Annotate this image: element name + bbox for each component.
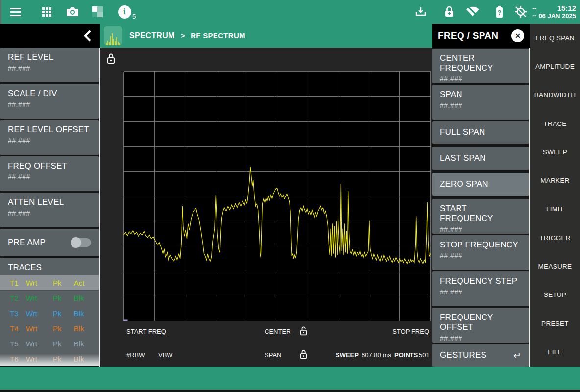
span-lock-icon[interactable] xyxy=(300,350,307,361)
freq-span-header: FREQ / SPAN ✕ xyxy=(432,24,530,48)
traces-panel: TRACES T1WrtPkAct T2WrtPkBlk T3WrtPkBlk … xyxy=(0,258,99,366)
notification-count: 5 xyxy=(132,13,136,20)
spectrum-app-icon[interactable] xyxy=(104,26,122,45)
pre-amp-row: PRE AMP xyxy=(0,229,99,256)
trace-row-t1[interactable]: T1WrtPkAct xyxy=(0,275,99,291)
menu-item-freq-span[interactable]: FREQ SPAN xyxy=(530,24,580,52)
span-label: SPAN xyxy=(265,351,281,359)
gps-status-text: -- -- xyxy=(530,0,539,24)
close-icon[interactable]: ✕ xyxy=(511,29,524,42)
menu-item-sweep[interactable]: SWEEP xyxy=(530,138,580,166)
frequency-step-button[interactable]: FREQUENCY STEP ##.### xyxy=(432,271,529,306)
clock: 15:12 06 JAN 2025 xyxy=(538,0,576,24)
freq-label-row: START FREQ CENTER STOP FREQ xyxy=(100,328,432,338)
center-lock-icon[interactable] xyxy=(300,326,307,338)
card-label: ATTEN LEVEL xyxy=(8,197,91,207)
menu-item-bandwidth[interactable]: BANDWIDTH xyxy=(530,81,580,109)
breadcrumb-page[interactable]: RF SPECTRUM xyxy=(191,31,245,40)
trace-row-t2[interactable]: T2WrtPkBlk xyxy=(0,291,99,306)
card-value: ##.### xyxy=(8,173,91,181)
freq-span-panel: FREQ / SPAN ✕ CENTER FREQUENCY ##.### SP… xyxy=(432,24,530,392)
lock-plus-icon xyxy=(443,0,455,24)
left-panel-header xyxy=(0,24,100,48)
unlock-icon[interactable] xyxy=(107,53,115,67)
traces-title: TRACES xyxy=(0,258,99,275)
pre-amp-toggle[interactable] xyxy=(72,238,91,247)
chevron-left-icon[interactable] xyxy=(83,29,92,42)
card-value: ##.### xyxy=(8,209,91,217)
display-quadrant-icon[interactable] xyxy=(92,0,103,24)
trace-row-t4[interactable]: T4WrtPkBlk xyxy=(0,321,99,336)
breadcrumb: SPECTRUM > RF SPECTRUM xyxy=(100,24,432,48)
vbw-label: VBW xyxy=(158,351,173,359)
menu-item-trace[interactable]: TRACE xyxy=(530,109,580,138)
menu-item-trigger[interactable]: TRIGGER xyxy=(530,223,580,252)
main-menu: FREQ SPAN AMPLITUDE BANDWIDTH TRACE SWEE… xyxy=(530,24,580,392)
status-bar: i 5 ? -- -- 15:12 06 JAN 2025 xyxy=(0,0,580,24)
sweep-value: 607.80 ms xyxy=(362,351,391,359)
start-frequency-button[interactable]: START FREQUENCY ##.### xyxy=(432,199,529,234)
menu-item-setup[interactable]: SETUP xyxy=(530,281,580,309)
start-freq-label: START FREQ xyxy=(126,328,166,335)
sweep-label: SWEEP xyxy=(336,351,359,359)
bw-label-row: #RBW VBW SPAN SWEEP 607.80 ms POINTS 501 xyxy=(100,351,432,361)
battery-question-icon: ? xyxy=(495,0,504,24)
menu-item-preset[interactable]: PRESET xyxy=(530,309,580,338)
menu-item-marker[interactable]: MARKER xyxy=(530,166,580,195)
points-value: 501 xyxy=(419,351,430,359)
trace-row-t3[interactable]: T3WrtPkBlk xyxy=(0,306,99,321)
apps-grid-icon[interactable] xyxy=(41,0,52,24)
info-icon[interactable]: i 5 xyxy=(117,0,136,24)
wifi-off-icon xyxy=(466,0,480,24)
enter-icon: ↵ xyxy=(513,350,521,361)
frequency-offset-button[interactable]: FREQUENCY OFFSET ##.### xyxy=(432,308,529,343)
card-value: ##.### xyxy=(8,100,91,108)
zero-span-button[interactable]: ZERO SPAN xyxy=(432,173,529,196)
spectrum-plot[interactable] xyxy=(123,71,430,321)
gestures-button[interactable]: GESTURES ↵ xyxy=(432,344,529,367)
time: 15:12 xyxy=(557,4,576,12)
points-label: POINTS xyxy=(394,351,418,359)
footer-bar xyxy=(0,367,580,390)
save-icon xyxy=(414,0,427,24)
breadcrumb-app[interactable]: SPECTRUM xyxy=(129,31,175,40)
card-label: REF LEVEL OFFSET xyxy=(8,125,91,135)
center-frequency-button[interactable]: CENTER FREQUENCY ##.### xyxy=(432,49,529,83)
stop-frequency-button[interactable]: STOP FREQUENCY ##.### xyxy=(432,235,529,270)
card-value: ##.### xyxy=(8,137,91,145)
panel-title: FREQ / SPAN xyxy=(438,30,498,41)
svg-text:?: ? xyxy=(497,9,501,16)
card-label: REF LEVEL xyxy=(8,52,91,62)
edge-indicator xyxy=(0,0,1,24)
menu-item-measure[interactable]: MEASURE xyxy=(530,252,580,280)
stop-freq-label: STOP FREQ xyxy=(392,328,429,335)
card-label: FREQ OFFSET xyxy=(8,161,91,171)
center-label: CENTER xyxy=(265,328,290,335)
full-span-button[interactable]: FULL SPAN xyxy=(432,121,529,144)
info-circle: i xyxy=(118,5,131,19)
last-span-button[interactable]: LAST SPAN xyxy=(432,147,529,170)
breadcrumb-separator: > xyxy=(181,32,185,40)
card-value: ##.### xyxy=(8,64,91,72)
chart-area: START FREQ CENTER STOP FREQ #RBW VBW SPA… xyxy=(100,48,432,392)
rbw-label: #RBW xyxy=(126,351,145,359)
menu-icon[interactable] xyxy=(10,0,22,24)
span-button[interactable]: SPAN ##.### xyxy=(432,85,529,120)
gps-off-icon xyxy=(513,0,528,24)
screenshot-camera-icon[interactable] xyxy=(66,0,79,24)
atten-level-button[interactable]: ATTEN LEVEL ##.### xyxy=(0,193,99,227)
bottom-edge-strip xyxy=(0,390,580,392)
menu-item-amplitude[interactable]: AMPLITUDE xyxy=(530,52,580,80)
scale-div-button[interactable]: SCALE / DIV ##.### xyxy=(0,84,99,119)
menu-item-file[interactable]: FILE xyxy=(530,338,580,366)
card-label: SCALE / DIV xyxy=(8,89,91,98)
left-parameter-panel: REF LEVEL ##.### SCALE / DIV ##.### REF … xyxy=(0,24,100,392)
trace-row-t5[interactable]: T5WrtPkBlk xyxy=(0,336,99,351)
ref-level-offset-button[interactable]: REF LEVEL OFFSET ##.### xyxy=(0,120,99,155)
traces-scroll-fade xyxy=(0,354,99,366)
ref-level-button[interactable]: REF LEVEL ##.### xyxy=(0,48,99,82)
date: 06 JAN 2025 xyxy=(538,12,576,20)
menu-item-limit[interactable]: LIMIT xyxy=(530,195,580,223)
freq-offset-button[interactable]: FREQ OFFSET ##.### xyxy=(0,156,99,191)
main-display: SPECTRUM > RF SPECTRUM START FREQ CENTER… xyxy=(100,24,432,392)
